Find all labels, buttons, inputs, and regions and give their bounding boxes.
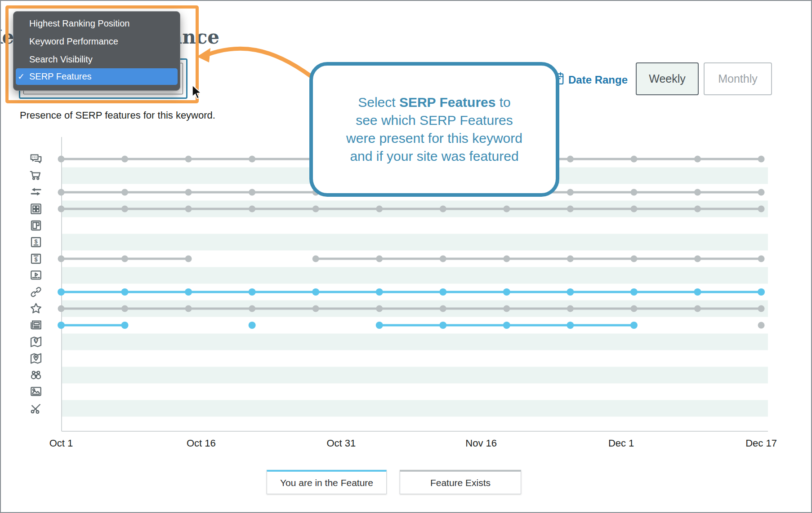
binoculars-icon — [29, 368, 43, 382]
serp-presence-dot[interactable] — [249, 156, 255, 163]
serp-presence-dot[interactable] — [567, 189, 574, 196]
serp-presence-dot[interactable] — [630, 322, 638, 329]
serp-presence-dot[interactable] — [758, 288, 765, 296]
callout-line-2: see which SERP Features — [313, 111, 556, 129]
serp-presence-dot[interactable] — [567, 322, 574, 329]
row-stripe — [62, 367, 768, 384]
serp-presence-dot[interactable] — [121, 156, 128, 163]
serp-presence-dot[interactable] — [58, 322, 65, 329]
svg-text:$: $ — [34, 256, 37, 263]
serp-presence-dot[interactable] — [630, 288, 638, 296]
serp-presence-dot[interactable] — [440, 305, 446, 312]
serp-presence-dot[interactable] — [758, 189, 765, 196]
serp-presence-dot[interactable] — [58, 305, 65, 312]
menu-item-search-visibility[interactable]: Search Visibility — [13, 50, 180, 68]
serp-presence-dot[interactable] — [567, 206, 574, 212]
callout-line-4: and if your site was featured — [313, 147, 556, 165]
serp-presence-dot[interactable] — [249, 206, 255, 212]
serp-presence-dot[interactable] — [503, 256, 510, 262]
serp-presence-dot[interactable] — [58, 256, 65, 262]
serp-presence-dot[interactable] — [376, 288, 383, 296]
date-range-button[interactable]: Date Range — [568, 74, 628, 86]
svg-text:$: $ — [34, 239, 37, 245]
serp-presence-dot[interactable] — [567, 288, 574, 296]
chart-subtitle: Presence of SERP features for this keywo… — [20, 110, 215, 121]
serp-presence-dot[interactable] — [758, 206, 765, 212]
serp-presence-dot[interactable] — [630, 256, 637, 262]
serp-presence-dot[interactable] — [758, 156, 765, 163]
serp-presence-dot[interactable] — [503, 206, 510, 212]
serp-presence-dot[interactable] — [249, 189, 255, 196]
serp-presence-dot[interactable] — [58, 189, 65, 196]
serp-presence-dot[interactable] — [694, 305, 701, 312]
serp-presence-dot[interactable] — [758, 305, 765, 312]
serp-presence-dot[interactable] — [312, 256, 319, 262]
serp-presence-dot[interactable] — [440, 206, 446, 212]
serp-presence-dot[interactable] — [121, 288, 129, 296]
star-icon — [29, 301, 43, 316]
metric-dropdown-menu: Highest Ranking Position Keyword Perform… — [13, 11, 180, 91]
serp-presence-dot[interactable] — [503, 322, 510, 329]
serp-presence-dot[interactable] — [249, 322, 256, 329]
serp-presence-dot[interactable] — [376, 206, 383, 212]
row-stripe — [62, 334, 768, 350]
serp-presence-dot[interactable] — [439, 322, 446, 329]
row-stripe — [62, 267, 768, 284]
serp-presence-dot[interactable] — [185, 189, 192, 196]
serp-presence-dot[interactable] — [567, 256, 574, 262]
serp-presence-dot[interactable] — [185, 256, 192, 262]
serp-presence-dot[interactable] — [503, 305, 510, 312]
serp-presence-dot[interactable] — [249, 288, 256, 296]
serp-presence-dot[interactable] — [630, 206, 637, 212]
shopping-cart-icon — [29, 168, 43, 183]
serp-presence-dot[interactable] — [312, 288, 319, 296]
serp-presence-dot[interactable] — [630, 305, 637, 312]
callout-line-1: Select SERP Features to — [313, 93, 556, 111]
serp-presence-dot[interactable] — [249, 305, 255, 312]
serp-presence-dot[interactable] — [121, 305, 128, 312]
serp-presence-dot[interactable] — [376, 322, 383, 329]
serp-presence-dot[interactable] — [185, 156, 192, 163]
serp-presence-dot[interactable] — [694, 156, 701, 163]
serp-presence-dot[interactable] — [694, 288, 701, 296]
serp-presence-dot[interactable] — [185, 288, 192, 296]
x-axis-tick-label: Dec 1 — [608, 438, 634, 449]
serp-presence-dot[interactable] — [503, 288, 510, 296]
serp-presence-dot[interactable] — [312, 305, 319, 312]
menu-item-keyword-performance[interactable]: Keyword Performance — [13, 32, 180, 50]
link-icon — [29, 285, 43, 299]
x-axis-tick-label: Dec 17 — [745, 438, 777, 449]
serp-presence-dot[interactable] — [567, 305, 574, 312]
serp-presence-dot[interactable] — [630, 189, 637, 196]
serp-presence-dot[interactable] — [185, 305, 192, 312]
serp-presence-dot[interactable] — [312, 206, 319, 212]
serp-presence-dot[interactable] — [121, 322, 129, 329]
serp-presence-dot[interactable] — [376, 256, 383, 262]
serp-presence-dot[interactable] — [58, 156, 65, 163]
serp-presence-dot[interactable] — [121, 206, 128, 212]
serp-presence-dot[interactable] — [630, 156, 637, 163]
serp-presence-dot[interactable] — [121, 189, 128, 196]
serp-presence-dot[interactable] — [694, 256, 701, 262]
serp-presence-dot[interactable] — [758, 322, 765, 329]
menu-item-serp-features[interactable]: ✓SERP Features — [16, 68, 178, 85]
menu-item-label: SERP Features — [29, 71, 92, 81]
menu-item-highest-ranking-position[interactable]: Highest Ranking Position — [13, 14, 180, 32]
scissors-icon — [29, 401, 43, 416]
serp-presence-dot[interactable] — [376, 305, 383, 312]
serp-presence-dot[interactable] — [58, 288, 65, 296]
serp-presence-dot[interactable] — [694, 206, 701, 212]
serp-presence-dot[interactable] — [185, 206, 192, 212]
x-axis-tick-label: Nov 16 — [465, 438, 497, 449]
serp-presence-dot[interactable] — [440, 256, 446, 262]
map-dollar-pin-icon: $ — [29, 335, 43, 349]
layout-panel-icon — [29, 218, 43, 233]
app-window: Keyword Performance Presence of SERP fea… — [0, 0, 812, 513]
serp-presence-dot[interactable] — [439, 288, 446, 296]
serp-presence-dot[interactable] — [121, 256, 128, 262]
serp-presence-dot[interactable] — [567, 156, 574, 163]
serp-presence-dot[interactable] — [58, 206, 65, 212]
row-stripe — [62, 400, 768, 417]
serp-presence-dot[interactable] — [758, 256, 765, 262]
serp-presence-dot[interactable] — [694, 189, 701, 196]
